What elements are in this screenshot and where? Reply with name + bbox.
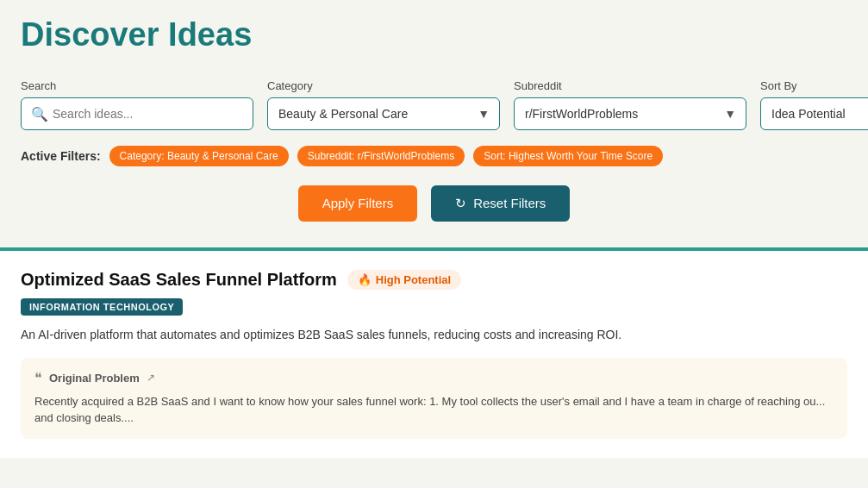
category-group: Category Beauty & Personal Care All Cate… bbox=[267, 79, 500, 130]
filter-tag-category: Category: Beauty & Personal Care bbox=[109, 146, 289, 166]
sortby-select[interactable]: Idea Potential Most Recent Most Upvoted … bbox=[760, 97, 868, 130]
page-title: Discover Ideas bbox=[21, 17, 847, 53]
subreddit-select-wrapper: r/FirstWorldProblems All Subreddits r/en… bbox=[514, 97, 746, 130]
fire-icon: 🔥 bbox=[358, 273, 372, 286]
result-section: Optimized SaaS Sales Funnel Platform 🔥 H… bbox=[0, 251, 868, 458]
sortby-label: Sort By bbox=[760, 79, 868, 92]
idea-description: An AI-driven platform that automates and… bbox=[21, 326, 847, 344]
category-select[interactable]: Beauty & Personal Care All Categories Te… bbox=[267, 97, 500, 130]
quote-icon: ❝ bbox=[34, 370, 42, 386]
subreddit-group: Subreddit r/FirstWorldProblems All Subre… bbox=[514, 79, 746, 130]
subreddit-select[interactable]: r/FirstWorldProblems All Subreddits r/en… bbox=[514, 97, 746, 130]
sortby-group: Sort By Idea Potential Most Recent Most … bbox=[760, 79, 868, 130]
search-wrapper: 🔍 bbox=[21, 97, 253, 130]
subreddit-label: Subreddit bbox=[514, 79, 746, 92]
original-problem-label: Original Problem bbox=[49, 372, 140, 385]
category-label: Category bbox=[267, 79, 500, 92]
high-potential-badge: 🔥 High Potential bbox=[347, 270, 461, 290]
search-label: Search bbox=[21, 79, 253, 92]
idea-title-row: Optimized SaaS Sales Funnel Platform 🔥 H… bbox=[21, 270, 847, 290]
filter-tag-subreddit: Subreddit: r/FirstWorldProblems bbox=[297, 146, 465, 166]
original-problem-text: Recently acquired a B2B SaaS and I want … bbox=[34, 393, 834, 427]
top-section: Discover Ideas Search 🔍 Category Beauty … bbox=[0, 0, 868, 247]
category-badge: INFORMATION TECHNOLOGY bbox=[21, 298, 183, 316]
active-filters-label: Active Filters: bbox=[21, 149, 101, 163]
search-group: Search 🔍 bbox=[21, 79, 253, 130]
high-potential-label: High Potential bbox=[376, 273, 451, 286]
search-icon: 🔍 bbox=[31, 105, 48, 122]
filters-row: Search 🔍 Category Beauty & Personal Care… bbox=[21, 79, 847, 130]
idea-title: Optimized SaaS Sales Funnel Platform bbox=[21, 270, 337, 290]
category-select-wrapper: Beauty & Personal Care All Categories Te… bbox=[267, 97, 500, 130]
sortby-select-wrapper: Idea Potential Most Recent Most Upvoted … bbox=[760, 97, 868, 130]
reset-filters-button[interactable]: ↻ Reset Filters bbox=[431, 185, 570, 222]
filter-tag-sort: Sort: Highest Worth Your Time Score bbox=[473, 146, 663, 166]
original-problem-box: ❝ Original Problem ↗ Recently acquired a… bbox=[21, 358, 847, 439]
reset-icon: ↻ bbox=[455, 196, 466, 211]
original-problem-header: ❝ Original Problem ↗ bbox=[34, 370, 834, 386]
active-filters-row: Active Filters: Category: Beauty & Perso… bbox=[21, 146, 847, 166]
reset-filters-label: Reset Filters bbox=[473, 196, 546, 210]
buttons-row: Apply Filters ↻ Reset Filters bbox=[21, 185, 847, 222]
search-input[interactable] bbox=[21, 97, 253, 130]
apply-filters-button[interactable]: Apply Filters bbox=[298, 185, 418, 222]
external-link-icon[interactable]: ↗ bbox=[147, 372, 155, 384]
